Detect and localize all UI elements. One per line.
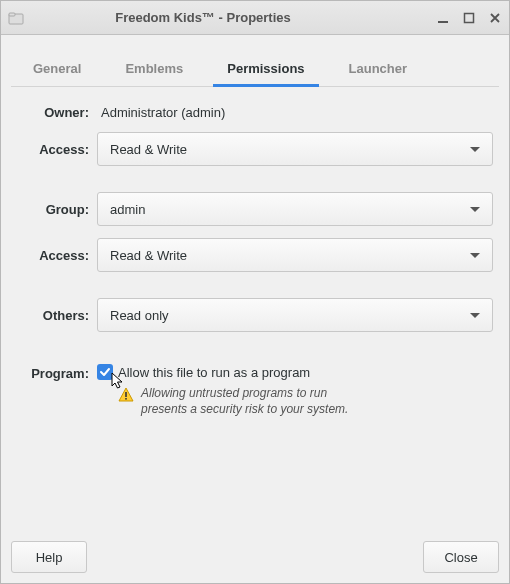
close-dialog-button[interactable]: Close: [423, 541, 499, 573]
group-access-label: Access:: [17, 248, 89, 263]
group-dropdown[interactable]: admin: [97, 192, 493, 226]
close-button[interactable]: [487, 10, 503, 26]
tab-general[interactable]: General: [11, 53, 103, 86]
window-controls: [435, 10, 503, 26]
tab-emblems[interactable]: Emblems: [103, 53, 205, 86]
others-row: Others: Read only: [17, 298, 493, 332]
allow-execute-label: Allow this file to run as a program: [116, 365, 310, 380]
security-warning: Allowing untrusted programs to run prese…: [117, 386, 493, 417]
titlebar: Freedom Kids™ - Properties: [1, 1, 509, 35]
warning-line1: Allowing untrusted programs to run: [141, 386, 327, 400]
owner-access-row: Access: Read & Write: [17, 132, 493, 166]
group-access-value: Read & Write: [110, 248, 470, 263]
maximize-button[interactable]: [461, 10, 477, 26]
group-row: Group: admin: [17, 192, 493, 226]
chevron-down-icon: [470, 207, 480, 212]
owner-access-value: Read & Write: [110, 142, 470, 157]
group-label: Group:: [17, 202, 89, 217]
owner-value: Administrator (admin): [97, 105, 493, 120]
others-access-value: Read only: [110, 308, 470, 323]
warning-icon: [117, 386, 135, 407]
owner-access-label: Access:: [17, 142, 89, 157]
help-button[interactable]: Help: [11, 541, 87, 573]
tab-launcher[interactable]: Launcher: [327, 53, 430, 86]
svg-rect-4: [125, 392, 127, 397]
svg-rect-2: [438, 21, 448, 23]
program-row: Program: Allow this file to run as a pro…: [17, 364, 493, 417]
permissions-panel: Owner: Administrator (admin) Access: Rea…: [11, 87, 499, 533]
owner-row: Owner: Administrator (admin): [17, 105, 493, 120]
svg-rect-5: [125, 398, 127, 400]
owner-access-dropdown[interactable]: Read & Write: [97, 132, 493, 166]
svg-rect-3: [465, 13, 474, 22]
group-value: admin: [110, 202, 470, 217]
chevron-down-icon: [470, 313, 480, 318]
others-access-dropdown[interactable]: Read only: [97, 298, 493, 332]
group-access-row: Access: Read & Write: [17, 238, 493, 272]
owner-label: Owner:: [17, 105, 89, 120]
tab-bar: General Emblems Permissions Launcher: [11, 43, 499, 87]
chevron-down-icon: [470, 147, 480, 152]
program-label: Program:: [17, 364, 89, 381]
others-label: Others:: [17, 308, 89, 323]
minimize-button[interactable]: [435, 10, 451, 26]
properties-dialog: Freedom Kids™ - Properties General Emble…: [0, 0, 510, 584]
warning-line2: presents a security risk to your system.: [141, 402, 348, 416]
tab-permissions[interactable]: Permissions: [205, 53, 326, 86]
dialog-content: General Emblems Permissions Launcher Own…: [1, 35, 509, 533]
allow-execute-checkbox[interactable]: [97, 364, 113, 380]
chevron-down-icon: [470, 253, 480, 258]
group-access-dropdown[interactable]: Read & Write: [97, 238, 493, 272]
dialog-footer: Help Close: [1, 533, 509, 583]
window-title: Freedom Kids™ - Properties: [0, 10, 435, 25]
warning-text: Allowing untrusted programs to run prese…: [141, 386, 348, 417]
